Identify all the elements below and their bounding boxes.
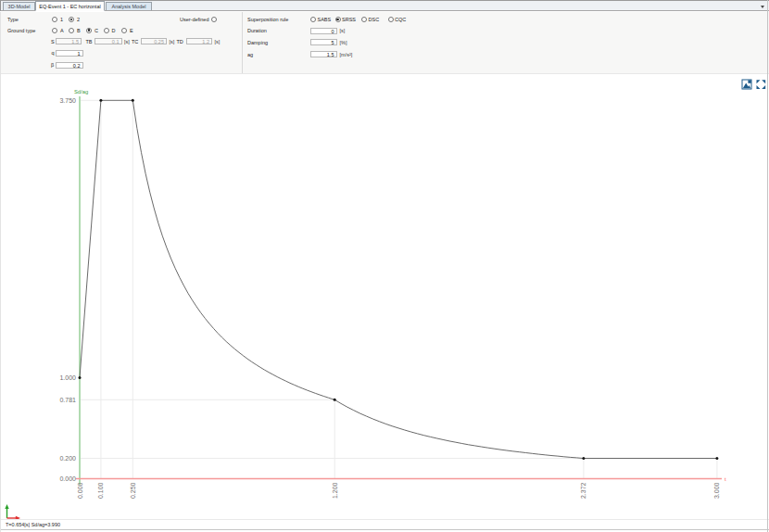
svg-text:0.100: 0.100 [97,482,104,499]
svg-text:3.750: 3.750 [59,97,76,104]
svg-text:Sd/ag: Sd/ag [74,89,88,95]
svg-text:0.250: 0.250 [130,482,136,499]
svg-text:3.000: 3.000 [713,482,720,499]
svg-text:0.000: 0.000 [59,475,76,482]
svg-text:0.000: 0.000 [77,482,83,499]
svg-text:t: t [725,476,726,482]
svg-text:0.200: 0.200 [59,455,76,462]
svg-text:1.000: 1.000 [59,374,76,381]
svg-text:2.372: 2.372 [580,482,586,499]
svg-text:1.200: 1.200 [332,482,338,499]
svg-text:0.781: 0.781 [59,397,76,403]
